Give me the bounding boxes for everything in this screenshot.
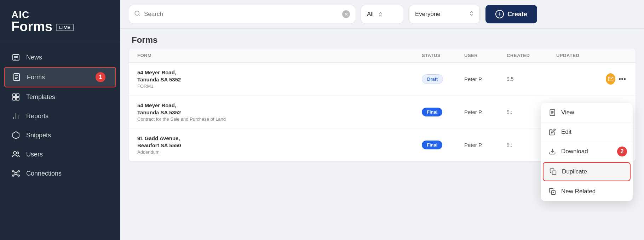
filter-everyone-label: Everyone bbox=[415, 11, 441, 18]
filter-all-label: All bbox=[367, 11, 374, 18]
sidebar-item-forms[interactable]: Forms 1 bbox=[4, 67, 116, 87]
filter-all-arrows bbox=[378, 12, 383, 17]
svg-point-19 bbox=[18, 171, 19, 172]
forms-badge: 1 bbox=[96, 72, 105, 82]
status-badge: Final bbox=[422, 141, 442, 149]
search-box[interactable]: ✕ bbox=[129, 5, 355, 23]
sidebar-item-news[interactable]: News bbox=[0, 48, 120, 67]
table-header: FORM STATUS USER CREATED UPDATED bbox=[129, 48, 636, 63]
dropdown-download-label: Download bbox=[561, 148, 588, 155]
content-header: Forms bbox=[120, 29, 644, 48]
dropdown-new-related-label: New Related bbox=[561, 188, 596, 195]
users-icon bbox=[11, 150, 21, 159]
everyone-arrows bbox=[469, 11, 474, 18]
new-related-icon bbox=[548, 188, 556, 195]
sidebar-item-label: Snippets bbox=[26, 132, 51, 139]
filter-everyone-select[interactable]: Everyone bbox=[409, 5, 480, 23]
sidebar-item-templates[interactable]: Templates bbox=[0, 87, 120, 107]
table-row: 54 Meyer Road,Tanunda SA 5352 FORM1 Draf… bbox=[129, 63, 636, 96]
search-clear-button[interactable]: ✕ bbox=[342, 10, 350, 18]
col-actions bbox=[606, 53, 627, 58]
filter-all-select[interactable]: All bbox=[361, 5, 403, 23]
forms-icon bbox=[12, 73, 21, 82]
sidebar-item-label: Forms bbox=[27, 74, 45, 81]
content-area: Forms FORM STATUS USER CREATED UPDATED 5… bbox=[120, 29, 644, 240]
dropdown-view-label: View bbox=[561, 109, 574, 116]
dropdown-edit-label: Edit bbox=[561, 128, 571, 136]
svg-point-26 bbox=[135, 11, 139, 15]
page-title: Forms bbox=[132, 35, 633, 45]
user-cell: Peter P. bbox=[464, 109, 507, 115]
col-status: STATUS bbox=[422, 53, 464, 58]
svg-rect-8 bbox=[13, 94, 16, 97]
row-actions-button[interactable]: ••• bbox=[617, 73, 627, 85]
sidebar-item-connections[interactable]: Connections bbox=[0, 164, 120, 183]
svg-line-23 bbox=[17, 171, 18, 173]
header-bar: ✕ All Everyone + Create bbox=[120, 0, 644, 29]
context-menu: View Edit Download 2 Duplicate bbox=[541, 103, 633, 201]
create-button[interactable]: + Create bbox=[485, 5, 537, 23]
svg-rect-11 bbox=[16, 97, 19, 100]
svg-point-20 bbox=[12, 175, 14, 176]
download-badge: 2 bbox=[617, 147, 627, 156]
sidebar: AIC Forms LIVE News Forms 1 bbox=[0, 0, 120, 240]
email-icon bbox=[606, 73, 615, 85]
dropdown-download[interactable]: Download 2 bbox=[541, 142, 633, 161]
form-subname: FORM1 bbox=[137, 84, 422, 89]
templates-icon bbox=[11, 92, 21, 102]
dropdown-new-related[interactable]: New Related bbox=[541, 182, 633, 201]
sidebar-logo: AIC Forms LIVE bbox=[0, 0, 120, 42]
form-name-cell: 91 Gadd Avenue,Beaufort SA 5550 Addendum bbox=[137, 135, 422, 155]
connections-icon bbox=[11, 169, 21, 178]
sidebar-item-label: Users bbox=[26, 151, 43, 158]
status-badge: Final bbox=[422, 108, 442, 116]
col-created: CREATED bbox=[507, 53, 556, 58]
logo-forms: Forms LIVE bbox=[11, 20, 109, 33]
dropdown-duplicate-label: Duplicate bbox=[562, 168, 587, 175]
reports-icon bbox=[11, 112, 21, 121]
svg-rect-10 bbox=[13, 97, 16, 100]
created-cell: 9:5 bbox=[507, 76, 556, 82]
svg-point-15 bbox=[13, 152, 16, 154]
svg-line-25 bbox=[17, 174, 18, 176]
svg-line-24 bbox=[14, 174, 15, 176]
sidebar-nav: News Forms 1 Templates bbox=[0, 42, 120, 240]
view-icon bbox=[548, 109, 556, 116]
logo-live-badge: LIVE bbox=[56, 24, 74, 31]
form-address: 54 Meyer Road,Tanunda SA 5352 bbox=[137, 102, 422, 116]
svg-line-22 bbox=[14, 171, 15, 173]
newspaper-icon bbox=[11, 53, 21, 62]
svg-line-27 bbox=[138, 15, 139, 16]
status-cell: Final bbox=[422, 108, 464, 116]
user-cell: Peter P. bbox=[464, 76, 507, 82]
logo-aic: AIC bbox=[11, 10, 109, 20]
main-content: ✕ All Everyone + Create Forms FORM bbox=[120, 0, 644, 240]
form-address: 91 Gadd Avenue,Beaufort SA 5550 bbox=[137, 135, 422, 149]
svg-point-18 bbox=[12, 171, 14, 172]
sidebar-item-label: Connections bbox=[26, 170, 62, 177]
sidebar-item-snippets[interactable]: Snippets bbox=[0, 126, 120, 145]
create-plus-icon: + bbox=[495, 10, 504, 18]
dropdown-view[interactable]: View bbox=[541, 103, 633, 122]
form-name-cell: 54 Meyer Road,Tanunda SA 5352 Contract f… bbox=[137, 102, 422, 122]
svg-rect-9 bbox=[16, 94, 19, 97]
dropdown-edit[interactable]: Edit bbox=[541, 122, 633, 142]
duplicate-icon bbox=[549, 168, 557, 176]
form-address: 54 Meyer Road,Tanunda SA 5352 bbox=[137, 69, 422, 83]
col-form: FORM bbox=[137, 53, 422, 58]
download-icon bbox=[548, 148, 556, 155]
col-updated: UPDATED bbox=[556, 53, 606, 58]
sidebar-item-reports[interactable]: Reports bbox=[0, 107, 120, 126]
svg-point-21 bbox=[18, 175, 19, 176]
status-cell: Draft bbox=[422, 74, 464, 84]
user-cell: Peter P. bbox=[464, 142, 507, 148]
search-input[interactable] bbox=[144, 11, 339, 18]
svg-rect-36 bbox=[552, 171, 556, 175]
create-label: Create bbox=[507, 11, 527, 18]
form-name-cell: 54 Meyer Road,Tanunda SA 5352 FORM1 bbox=[137, 69, 422, 89]
sidebar-item-users[interactable]: Users bbox=[0, 145, 120, 164]
search-icon bbox=[134, 10, 140, 18]
dropdown-duplicate[interactable]: Duplicate bbox=[543, 162, 631, 181]
form-subname: Addendum bbox=[137, 149, 422, 155]
col-user: USER bbox=[464, 53, 507, 58]
